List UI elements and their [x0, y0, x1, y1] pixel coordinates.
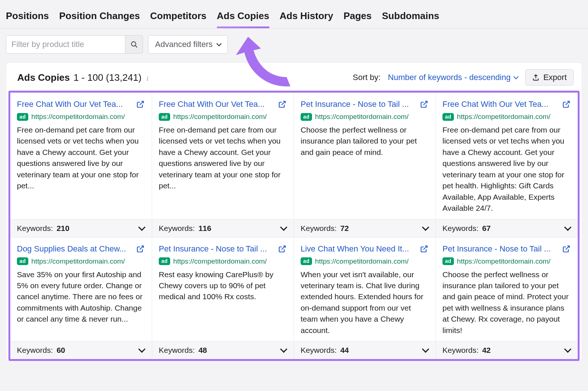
keywords-count: 44 [340, 346, 349, 354]
ad-description: Rest easy knowing CarePlus® by Chewy cov… [159, 269, 286, 303]
tab-competitors[interactable]: Competitors [150, 10, 207, 28]
ad-title-link[interactable]: Free Chat With Our Vet Tea... [17, 99, 123, 109]
external-link-icon [420, 100, 428, 108]
ad-url-row: adhttps://competitordomain.com/ [159, 113, 286, 121]
panel-title: Ads Copies 1 - 100 (13,241) i [17, 72, 148, 83]
keywords-count: 60 [57, 346, 65, 354]
ad-url-row: adhttps://competitordomain.com/ [17, 113, 144, 121]
open-external-button[interactable] [420, 245, 428, 253]
filters-row: Advanced filters [0, 29, 588, 60]
open-external-button[interactable] [136, 245, 144, 253]
keywords-toggle[interactable]: Keywords: 210 [10, 219, 152, 237]
ad-badge: ad [301, 257, 312, 265]
ad-title-link[interactable]: Pet Insurance - Nose to Tail ... [301, 99, 409, 109]
external-link-icon [136, 100, 144, 108]
ad-card: Pet Insurance - Nose to Tail ...adhttps:… [294, 93, 436, 219]
chevron-down-icon [564, 345, 571, 353]
export-label: Export [543, 73, 567, 82]
tab-ads-copies[interactable]: Ads Copies [217, 10, 269, 28]
keywords-toggle[interactable]: Keywords: 67 [436, 219, 578, 237]
ad-badge: ad [301, 113, 312, 121]
keywords-count: 67 [482, 224, 491, 232]
export-button[interactable]: Export [525, 69, 574, 86]
ad-badge: ad [442, 257, 454, 265]
external-link-icon [136, 245, 144, 253]
external-link-icon [278, 100, 286, 108]
ad-url: https://competitordomain.com/ [173, 113, 267, 121]
tab-subdomains[interactable]: Subdomains [382, 10, 439, 28]
keywords-toggle[interactable]: Keywords: 72 [294, 219, 436, 237]
keywords-toggle[interactable]: Keywords: 42 [436, 341, 578, 359]
filter-input[interactable] [6, 35, 125, 54]
chevron-down-icon [216, 41, 221, 46]
keywords-label: Keywords: 116 [159, 224, 211, 233]
external-link-icon [562, 245, 570, 253]
info-icon[interactable]: i [147, 75, 148, 83]
chevron-down-icon [513, 74, 519, 79]
svg-point-0 [131, 42, 136, 46]
keywords-label: Keywords: 60 [17, 346, 65, 355]
ad-badge: ad [159, 257, 170, 265]
keywords-toggle[interactable]: Keywords: 48 [152, 341, 294, 359]
panel-title-text: Ads Copies [17, 72, 70, 83]
ad-title-link[interactable]: Free Chat With Our Vet Tea... [442, 99, 548, 109]
ad-url-row: adhttps://competitordomain.com/ [442, 113, 570, 121]
tab-positions[interactable]: Positions [6, 10, 49, 28]
ad-card: Live Chat When You Need It...adhttps://c… [294, 237, 436, 341]
ad-badge: ad [17, 113, 28, 121]
open-external-button[interactable] [278, 100, 286, 108]
keywords-label: Keywords: 48 [159, 346, 207, 355]
keywords-count: 42 [482, 346, 491, 354]
search-icon [130, 40, 138, 48]
external-link-icon [420, 245, 428, 253]
keywords-label: Keywords: 67 [442, 224, 491, 233]
ad-description: Free on-demand pet care from our license… [442, 124, 570, 214]
ads-highlight: Free Chat With Our Vet Tea...adhttps://c… [8, 91, 580, 361]
external-link-icon [278, 245, 286, 253]
svg-line-1 [135, 46, 137, 47]
tab-ads-history[interactable]: Ads History [280, 10, 333, 28]
ad-title-row: Pet Insurance - Nose to Tail ... [442, 244, 570, 254]
chevron-down-icon [280, 345, 287, 353]
open-external-button[interactable] [136, 100, 144, 108]
ad-url: https://competitordomain.com/ [457, 257, 551, 265]
ad-description: Free on-demand pet care from our license… [17, 124, 144, 192]
ad-badge: ad [159, 113, 170, 121]
ad-card: Pet Insurance - Nose to Tail ...adhttps:… [152, 237, 294, 341]
search-button[interactable] [125, 35, 143, 54]
ad-description: When your vet isn't available, our veter… [301, 269, 428, 336]
open-external-button[interactable] [278, 245, 286, 253]
ad-title-link[interactable]: Pet Insurance - Nose to Tail ... [442, 244, 551, 254]
sort-select[interactable]: Number of keywords - descending [388, 73, 518, 82]
ad-title-link[interactable]: Live Chat When You Need It... [301, 244, 409, 254]
ads-copies-panel: Ads Copies 1 - 100 (13,241) i Sort by: N… [6, 62, 582, 361]
open-external-button[interactable] [562, 245, 570, 253]
ad-title-row: Pet Insurance - Nose to Tail ... [301, 99, 428, 109]
keywords-label: Keywords: 44 [301, 346, 349, 355]
open-external-button[interactable] [420, 100, 428, 108]
ad-url-row: adhttps://competitordomain.com/ [159, 257, 286, 265]
ad-card: Pet Insurance - Nose to Tail ...adhttps:… [436, 237, 578, 341]
keywords-toggle[interactable]: Keywords: 44 [294, 341, 436, 359]
ad-title-row: Pet Insurance - Nose to Tail ... [159, 244, 286, 254]
export-icon [532, 74, 539, 81]
chevron-down-icon [138, 224, 146, 231]
keywords-toggle[interactable]: Keywords: 60 [10, 341, 152, 359]
ad-title-link[interactable]: Dog Supplies Deals at Chew... [17, 244, 126, 254]
ad-url: https://competitordomain.com/ [31, 257, 125, 265]
tab-position-changes[interactable]: Position Changes [59, 10, 140, 28]
ad-title-link[interactable]: Pet Insurance - Nose to Tail ... [159, 244, 267, 254]
keywords-toggle[interactable]: Keywords: 116 [152, 219, 294, 237]
ad-title-row: Live Chat When You Need It... [301, 244, 428, 254]
ad-description: Choose the perfect wellness or insurance… [301, 124, 428, 158]
ad-url-row: adhttps://competitordomain.com/ [301, 257, 428, 265]
open-external-button[interactable] [562, 100, 570, 108]
advanced-filters-button[interactable]: Advanced filters [148, 35, 228, 54]
tab-pages[interactable]: Pages [344, 10, 372, 28]
ad-title-row: Free Chat With Our Vet Tea... [159, 99, 286, 109]
ad-title-link[interactable]: Free Chat With Our Vet Tea... [159, 99, 265, 109]
ad-badge: ad [17, 257, 28, 265]
ads-grid: Free Chat With Our Vet Tea...adhttps://c… [10, 93, 578, 359]
ad-url: https://competitordomain.com/ [457, 113, 551, 121]
sort-value: Number of keywords - descending [388, 73, 511, 82]
